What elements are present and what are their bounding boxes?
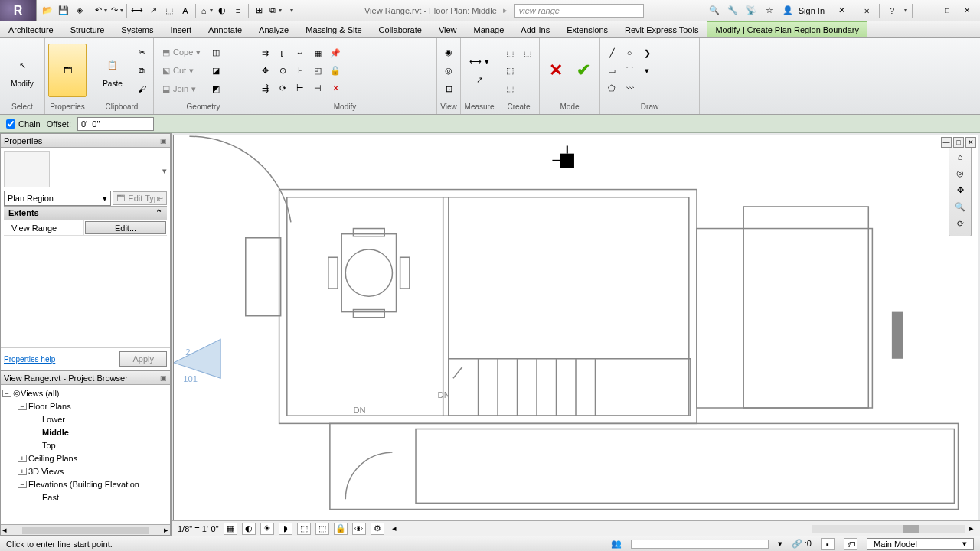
vc-style-icon[interactable]: ◐ — [242, 523, 256, 535]
properties-header[interactable]: Properties▣ — [1, 134, 170, 148]
browser-header[interactable]: View Range.rvt - Project Browser▣ — [1, 371, 170, 385]
app-logo[interactable]: R — [0, 0, 37, 21]
signin-link[interactable]: Sign In — [799, 6, 825, 15]
tab-manage[interactable]: Manage — [466, 21, 513, 37]
qat-customize-icon[interactable]: ▾ — [283, 3, 299, 18]
browser-tree[interactable]: −◎ Views (all) −Floor Plans Lower Middle… — [1, 385, 170, 524]
exchange-icon[interactable]: ✕ — [834, 3, 849, 18]
offset-input[interactable] — [77, 117, 154, 131]
properties-button[interactable]: 🗔 — [48, 44, 87, 97]
split-icon[interactable]: ⊢ — [292, 80, 309, 96]
search-icon[interactable]: 🔍 — [707, 3, 722, 18]
canvas-min-icon[interactable]: — — [941, 137, 952, 148]
circle-icon[interactable]: ○ — [621, 44, 638, 61]
create3-icon[interactable]: ⬚ — [501, 80, 518, 96]
pin-icon[interactable]: 📌 — [327, 44, 344, 61]
create1-icon[interactable]: ⬚ — [501, 44, 518, 61]
edit-type-button[interactable]: 🗔 Edit Type — [113, 191, 167, 205]
workset-selector[interactable]: Main Model▾ — [867, 538, 974, 550]
copy-mod-icon[interactable]: ⊙ — [274, 62, 291, 79]
trim-extend-icon[interactable]: ⊦ — [292, 62, 309, 79]
comm-icon[interactable]: 📡 — [743, 3, 759, 18]
infocenter-close-icon[interactable]: ⨉ — [859, 3, 874, 18]
line-icon[interactable]: ╱ — [603, 44, 620, 61]
mirror-pick-icon[interactable]: ↔ — [292, 44, 309, 61]
cut-icon[interactable]: ✂ — [133, 44, 150, 60]
text-icon[interactable]: A — [178, 3, 193, 18]
tab-modify-plan-region[interactable]: Modify | Create Plan Region Boundary — [707, 21, 867, 37]
close-windows-icon[interactable]: ⊞ — [251, 3, 266, 18]
create2-icon[interactable]: ⬚ — [501, 62, 518, 79]
redo-icon[interactable]: ↷▾ — [109, 3, 124, 18]
poly-icon[interactable]: ⬠ — [603, 80, 620, 96]
tab-massing[interactable]: Massing & Site — [297, 21, 370, 37]
cut-geom-button[interactable]: ⬕ Cut ▾ — [157, 62, 206, 79]
type-selector[interactable]: Plan Region▾ — [4, 191, 111, 206]
spline-icon[interactable]: 〰 — [621, 80, 638, 96]
tree-toggle-icon[interactable]: − — [2, 390, 11, 397]
view-top[interactable]: Top — [2, 439, 168, 452]
match-icon[interactable]: 🖌 — [133, 80, 150, 97]
pick-icon[interactable]: ❯ — [639, 44, 655, 61]
keys-icon[interactable]: 🔧 — [725, 3, 740, 18]
view2-icon[interactable]: ◎ — [440, 62, 457, 79]
geom1-icon[interactable]: ◫ — [207, 44, 224, 60]
measure-icon[interactable]: ↗ — [145, 3, 161, 18]
vc-shadow-icon[interactable]: ◗ — [279, 523, 292, 535]
paste-button[interactable]: 📋Paste — [93, 44, 132, 97]
tab-express[interactable]: Revit Express Tools — [616, 21, 707, 37]
browser-pin-icon[interactable]: ▣ — [160, 374, 167, 382]
modify-tool[interactable]: ↖Modify — [3, 44, 41, 97]
rect-icon[interactable]: ▭ — [603, 62, 620, 79]
tab-structure[interactable]: Structure — [62, 21, 113, 37]
close-button[interactable]: ✕ — [957, 4, 977, 18]
extents-category[interactable]: Extents⌃ — [4, 206, 167, 220]
vc-lock-icon[interactable]: 🔒 — [334, 523, 348, 535]
vc-detail-icon[interactable]: ▦ — [224, 523, 237, 535]
drawing-canvas[interactable]: — □ ✕ ⌂ ◎ ✥ 🔍 ⟳ — [173, 135, 978, 520]
tab-annotate[interactable]: Annotate — [200, 21, 250, 37]
tab-extensions[interactable]: Extensions — [558, 21, 616, 37]
worksharing-icon[interactable]: 👥 — [611, 539, 622, 549]
scale-display[interactable]: 1/8" = 1'-0" — [178, 524, 219, 533]
vc-crop2-icon[interactable]: ⬚ — [315, 523, 329, 535]
section-icon[interactable]: ◐ — [214, 3, 230, 18]
type-dropdown-icon[interactable]: ▾ — [162, 166, 167, 176]
tag-icon[interactable]: ⬚ — [162, 3, 177, 18]
vc-sun-icon[interactable]: ☀ — [260, 523, 274, 535]
dim-icon[interactable]: ⟷ — [129, 3, 145, 18]
geom2-icon[interactable]: ◪ — [207, 62, 224, 79]
delete-icon[interactable]: ✕ — [327, 80, 344, 96]
hscroll[interactable] — [812, 525, 965, 533]
vc-temp-icon[interactable]: 👁 — [352, 523, 366, 535]
pin-icon[interactable]: ▣ — [160, 137, 167, 145]
cope-button[interactable]: ⬒ Cope ▾ — [157, 44, 206, 60]
undo-icon[interactable]: ↶▾ — [93, 3, 108, 18]
tab-view[interactable]: View — [430, 21, 466, 37]
view3d-icon[interactable]: ⌂▾ — [198, 3, 214, 18]
filter-icon[interactable]: 🏷 — [844, 538, 858, 550]
canvas-max-icon[interactable]: □ — [953, 137, 964, 148]
measure-dim-icon[interactable]: ⟷ ▾ — [464, 53, 495, 70]
array-icon[interactable]: ▦ — [309, 44, 326, 61]
view-range-edit-button[interactable]: Edit... — [85, 221, 166, 234]
properties-help-link[interactable]: Properties help — [4, 355, 55, 364]
tab-architecture[interactable]: Architecture — [0, 21, 62, 37]
scale-icon[interactable]: ◰ — [309, 62, 326, 79]
save-icon[interactable]: 💾 — [56, 3, 71, 18]
tab-analyze[interactable]: Analyze — [250, 21, 297, 37]
thin-lines-icon[interactable]: ≡ — [230, 3, 246, 18]
cancel-mode[interactable]: ✕ — [543, 44, 569, 97]
sync-icon[interactable]: ◈ — [72, 3, 87, 18]
draw-more-icon[interactable]: ▾ — [639, 62, 655, 79]
user-icon[interactable]: 👤 — [780, 3, 795, 18]
view-lower[interactable]: Lower — [2, 412, 168, 425]
tab-systems[interactable]: Systems — [113, 21, 162, 37]
rotate-icon[interactable]: ⟳ — [274, 80, 291, 96]
view3-icon[interactable]: ⊡ — [440, 80, 457, 97]
trim-single-icon[interactable]: ⊣ — [309, 80, 326, 96]
chain-checkbox[interactable]: Chain — [6, 119, 41, 129]
search-input[interactable] — [514, 4, 644, 18]
tab-addins[interactable]: Add-Ins — [512, 21, 558, 37]
view1-icon[interactable]: ◉ — [440, 44, 457, 60]
